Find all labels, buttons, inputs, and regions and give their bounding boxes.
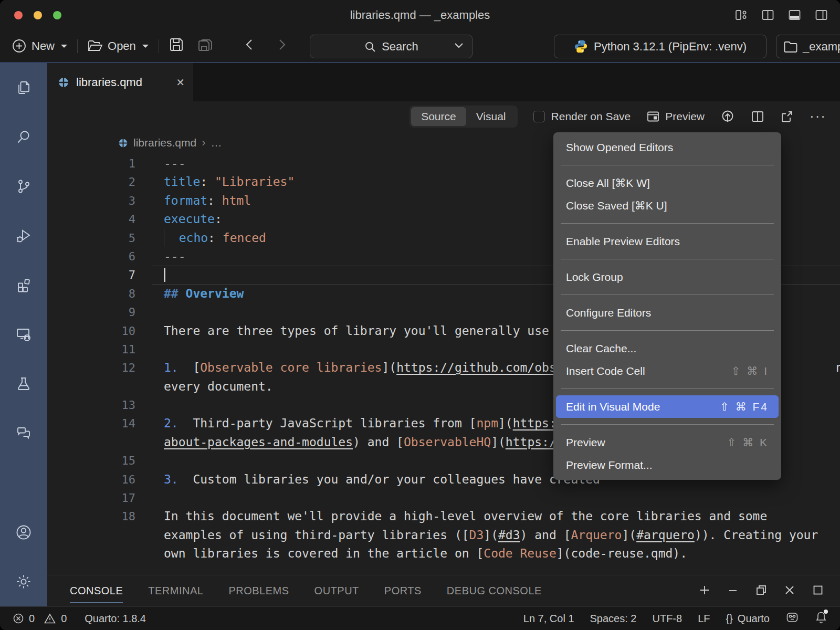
tab-title: libraries.qmd [76, 76, 169, 89]
line-number [47, 544, 135, 563]
preview-icon [646, 110, 660, 123]
chat-icon[interactable] [0, 408, 47, 458]
extensions-icon[interactable] [0, 260, 47, 310]
toggle-panel-icon[interactable] [788, 8, 802, 22]
line-number: 2 [47, 173, 135, 191]
menu-item-preview[interactable]: Preview⇧ ⌘ K [553, 431, 781, 454]
panel-minimize-icon[interactable] [727, 584, 739, 598]
line-number: 3 [47, 192, 135, 210]
sessions-icon[interactable] [0, 310, 47, 359]
menu-item-preview-format[interactable]: Preview Format... [553, 454, 781, 476]
new-button[interactable]: New [12, 38, 68, 54]
occluded-text-fragment: n [836, 359, 840, 377]
source-mode-button[interactable]: Source [411, 107, 466, 126]
testing-icon[interactable] [0, 359, 47, 408]
editor-line: own libraries is covered in the article … [47, 544, 840, 563]
open-folder-icon [87, 39, 103, 53]
python-logo-icon [574, 39, 588, 54]
explorer-icon[interactable] [0, 63, 47, 112]
editor-action-bar: Source Visual Render on Save Preview [47, 101, 840, 131]
line-number: 12 [47, 359, 135, 377]
top-action-bar: New Open Search Python 3.12.1 (PipEnv: .… [0, 30, 840, 63]
encoding-status[interactable]: UTF-8 [652, 613, 682, 625]
tab-libraries-qmd[interactable]: libraries.qmd ✕ [47, 63, 193, 101]
line-number: 5 [47, 229, 135, 247]
source-control-icon[interactable] [0, 162, 47, 211]
account-icon[interactable] [0, 508, 47, 557]
settings-gear-icon[interactable] [0, 557, 47, 606]
text-cursor [164, 268, 165, 282]
quarto-file-icon [118, 138, 128, 148]
line-number [47, 433, 135, 452]
interpreter-selector[interactable]: Python 3.12.1 (PipEnv: .venv) [554, 35, 766, 58]
language-mode-status[interactable]: {} Quarto [726, 613, 770, 625]
panel-plus-icon[interactable] [698, 584, 711, 598]
plus-circle-icon [12, 38, 27, 54]
menu-item-insert-code-cell[interactable]: Insert Code Cell⇧ ⌘ I [553, 360, 781, 382]
navigate-forward-icon[interactable] [277, 38, 287, 55]
menu-item-edit-in-visual-mode[interactable]: Edit in Visual Mode⇧ ⌘ F4 [556, 395, 779, 418]
open-in-new-window-icon[interactable] [780, 110, 794, 123]
split-editor-icon[interactable] [761, 8, 775, 22]
panel-tab-terminal[interactable]: TERMINAL [148, 575, 203, 606]
menu-item-close-saved-k-u[interactable]: Close Saved [⌘K U] [553, 194, 781, 217]
problems-status[interactable]: 0 0 [13, 613, 67, 625]
quarto-version-status[interactable]: Quarto: 1.8.4 [85, 613, 146, 625]
panel-tab-console[interactable]: CONSOLE [70, 575, 123, 606]
panel-tab-ports[interactable]: PORTS [384, 575, 422, 606]
line-number: 9 [47, 303, 135, 321]
navigate-back-icon[interactable] [244, 38, 255, 55]
panel-restore-icon[interactable] [755, 584, 768, 598]
run-and-debug-icon[interactable] [0, 211, 47, 260]
render-on-save-label: Render on Save [551, 110, 631, 123]
menu-separator [561, 388, 774, 389]
panel-maximize-icon[interactable] [812, 584, 824, 598]
render-icon[interactable] [720, 109, 735, 124]
feedback-icon[interactable] [785, 611, 799, 627]
workspace-folder-button[interactable]: _examples [776, 35, 840, 58]
split-editor-icon[interactable] [751, 110, 764, 123]
save-all-icon[interactable] [197, 37, 214, 56]
toggle-secondary-sidebar-icon[interactable] [814, 8, 828, 22]
menu-shortcut: ⇧ ⌘ F4 [720, 395, 769, 418]
indentation-status[interactable]: Spaces: 2 [590, 613, 637, 625]
global-search-input[interactable]: Search [310, 35, 472, 58]
line-number: 15 [47, 452, 135, 470]
chevron-down-icon [60, 44, 68, 49]
titlebar: libraries.qmd — _examples [0, 0, 840, 30]
notifications-bell-icon[interactable] [815, 611, 827, 627]
open-button[interactable]: Open [87, 39, 149, 53]
save-icon[interactable] [169, 37, 184, 56]
more-actions-icon[interactable]: ··· [810, 108, 826, 124]
status-bar: 0 0 Quarto: 1.8.4 Ln 7, Col 1 Spaces: 2 … [0, 606, 840, 630]
menu-separator [561, 165, 774, 165]
menu-item-clear-cache[interactable]: Clear Cache... [553, 337, 781, 360]
breadcrumb-more[interactable]: … [211, 136, 222, 149]
render-on-save-checkbox[interactable] [533, 111, 545, 122]
panel-tab-output[interactable]: OUTPUT [314, 575, 359, 606]
editor-actions-context-menu: Show Opened EditorsClose All [⌘K W]Close… [553, 132, 781, 480]
menu-separator [561, 259, 774, 259]
preview-button[interactable]: Preview [646, 110, 705, 123]
visual-mode-button[interactable]: Visual [466, 107, 516, 126]
close-tab-icon[interactable]: ✕ [176, 76, 185, 89]
menu-item-lock-group[interactable]: Lock Group [553, 266, 781, 288]
menu-item-configure-editors[interactable]: Configure Editors [553, 301, 781, 324]
line-number: 6 [47, 247, 135, 266]
cursor-position-status[interactable]: Ln 7, Col 1 [523, 613, 574, 625]
panel-tab-debug-console[interactable]: DEBUG CONSOLE [447, 575, 542, 606]
error-icon [13, 613, 24, 624]
menu-item-show-opened-editors[interactable]: Show Opened Editors [553, 136, 781, 159]
eol-status[interactable]: LF [698, 613, 710, 625]
line-number: 7 [47, 266, 135, 284]
line-number: 4 [47, 210, 135, 228]
customize-layout-icon[interactable] [734, 8, 748, 22]
panel-close-icon[interactable] [783, 584, 796, 598]
search-icon[interactable] [0, 112, 47, 162]
breadcrumb-file[interactable]: libraries.qmd [133, 136, 196, 149]
menu-item-close-all-k-w[interactable]: Close All [⌘K W] [553, 172, 781, 194]
line-number [47, 526, 135, 544]
menu-item-enable-preview-editors[interactable]: Enable Preview Editors [553, 230, 781, 253]
panel-tab-problems[interactable]: PROBLEMS [228, 575, 289, 606]
quarto-file-icon [58, 77, 69, 88]
